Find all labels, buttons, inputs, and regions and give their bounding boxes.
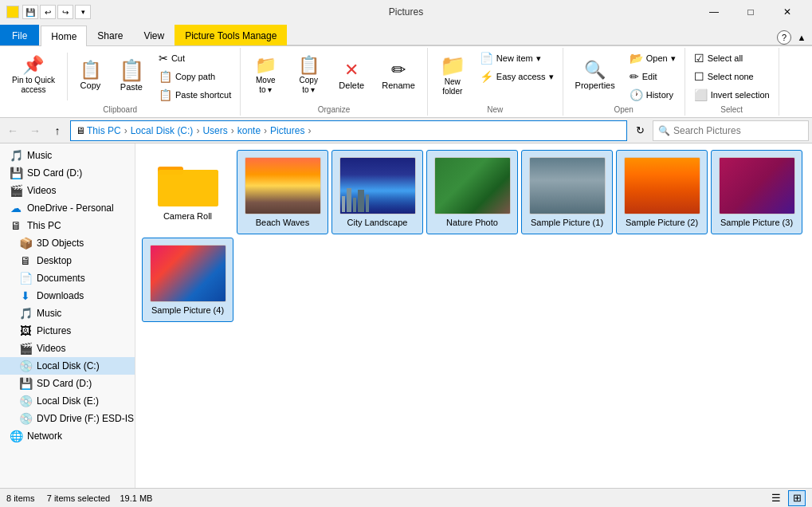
close-button[interactable]: ✕ [769,0,806,24]
crumb-thispc[interactable]: This PC [87,125,121,136]
up-button[interactable]: ↑ [48,121,67,140]
easy-access-button[interactable]: ⚡ Easy access ▾ [476,68,558,85]
new-group-label: New [487,104,503,114]
tab-file[interactable]: File [0,25,39,45]
copy-button[interactable]: 📋 Copy [73,49,108,102]
app-icon [6,6,19,18]
redo-quick-btn[interactable]: ↪ [57,5,73,19]
edit-button[interactable]: ✏ Edit [626,68,680,85]
file-item-sample2[interactable]: Sample Picture (2) [616,150,708,234]
details-view-button[interactable]: ☰ [767,490,785,506]
sidebar-item-3dobjects[interactable]: 📦 3D Objects [0,234,135,252]
undo-quick-btn[interactable]: ↩ [40,5,56,19]
sidebar-item-music[interactable]: 🎵 Music [0,147,135,164]
open-button[interactable]: 📂 Open ▾ [626,49,680,67]
sidebar-item-documents[interactable]: 📄 Documents [0,269,135,287]
sidebar-item-thispc[interactable]: 🖥 This PC [0,217,135,234]
rename-button[interactable]: ✏ Rename [375,49,422,102]
history-button[interactable]: 🕐 History [626,86,680,104]
image-thumb [245,157,321,214]
back-button[interactable]: ← [3,121,22,140]
sidebar-item-dvddrive[interactable]: 💿 DVD Drive (F:) ESD-IS... [0,410,135,427]
search-input[interactable] [673,125,803,136]
sidebar-item-pictures[interactable]: 🖼 Pictures [0,322,135,340]
crumb-users[interactable]: Users [202,125,227,136]
sidebar-item-localdisk-c[interactable]: 💿 Local Disk (C:) [0,357,135,375]
sidebar-item-label: Local Disk (E:) [37,395,99,407]
sidebar-item-music2[interactable]: 🎵 Music [0,305,135,322]
sidebar-item-videos[interactable]: 🎬 Videos [0,182,135,199]
documents-icon: 📄 [19,272,32,285]
sidebar-item-desktop[interactable]: 🖥 Desktop [0,252,135,269]
image-thumb [434,157,511,214]
file-item-beach-waves[interactable]: Beach Waves [237,150,328,234]
sidebar-item-onedrive[interactable]: ☁ OneDrive - Personal [0,199,135,217]
move-icon: 📁 [255,57,277,74]
search-box[interactable]: 🔍 [653,120,809,141]
new-item-button[interactable]: 📄 New item ▾ [476,49,558,67]
help-btn[interactable]: ? [777,30,791,45]
select-none-button[interactable]: ☐ Select none [690,68,774,85]
sdcard-d2-icon: 💾 [19,377,32,390]
large-icons-view-button[interactable]: ⊞ [788,490,806,506]
folder-icon [156,157,220,208]
minimize-button[interactable]: — [696,0,732,24]
organize-group: 📁 Moveto ▾ 📋 Copyto ▾ ✕ Delete ✏ Rename … [241,48,428,116]
pin-to-quick-access-button[interactable]: 📌 Pin to Quickaccess [5,49,62,102]
file-item-nature-photo[interactable]: Nature Photo [426,150,518,234]
crumb-pictures[interactable]: Pictures [270,125,304,136]
forward-button[interactable]: → [25,121,45,140]
file-name: Sample Picture (3) [720,218,793,227]
sidebar-item-label: Pictures [37,325,71,336]
sidebar-item-network[interactable]: 🌐 Network [0,427,135,445]
collapse-ribbon-btn[interactable]: ▲ [794,30,809,45]
sidebar-item-sdcard-d[interactable]: 💾 SD Card (D:) [0,164,135,182]
refresh-button[interactable]: ↻ [630,121,649,140]
file-item-city-landscape[interactable]: City Landscape [331,150,423,234]
sidebar-item-sdcard-d2[interactable]: 💾 SD Card (D:) [0,375,135,392]
delete-button[interactable]: ✕ Delete [331,49,371,102]
file-item-camera-roll[interactable]: Camera Roll [142,150,233,234]
address-box[interactable]: 🖥 This PC › Local Disk (C:) › Users › ko… [70,120,627,141]
image-thumb [150,245,226,302]
tab-share[interactable]: Share [87,25,133,45]
sidebar-item-videos2[interactable]: 🎬 Videos [0,340,135,357]
copy-to-button[interactable]: 📋 Copyto ▾ [288,49,328,102]
save-quick-btn[interactable]: 💾 [22,5,38,19]
new-folder-button[interactable]: 📁 Newfolder [433,49,473,102]
sidebar-item-label: Videos [37,343,65,354]
ribbon-tab-bar: File Home Share View Picture Tools Manag… [0,24,812,46]
copy-to-label: Copyto ▾ [300,76,318,95]
picture-tools-label: Picture Tools [185,30,239,41]
customize-quick-btn[interactable]: ▾ [75,5,91,19]
maximize-button[interactable]: □ [732,0,769,24]
tab-view[interactable]: View [133,25,175,45]
copy-label: Copy [80,81,101,90]
copy-icon: 📋 [80,61,101,79]
cut-button[interactable]: ✂ Cut [155,49,235,67]
invert-selection-button[interactable]: ⬜ Invert selection [690,86,774,104]
paste-icon: 📋 [119,60,144,81]
file-name: Beach Waves [256,218,309,227]
sidebar-item-label: Local Disk (C:) [37,360,100,371]
paste-button[interactable]: 📋 Paste [112,49,151,102]
pictures-icon: 🖼 [19,324,32,337]
tab-home[interactable]: Home [41,26,87,46]
file-item-sample4[interactable]: Sample Picture (4) [142,238,233,322]
tab-manage[interactable]: Picture Tools Manage [175,25,287,45]
select-all-label: Select all [708,53,743,63]
sidebar-item-localdisk-e[interactable]: 💿 Local Disk (E:) [0,392,135,410]
sidebar-item-label: Music [37,308,61,319]
move-to-button[interactable]: 📁 Moveto ▾ [245,49,285,102]
sidebar-item-label: Downloads [37,290,84,301]
copy-path-button[interactable]: 📋 Copy path [155,68,235,85]
file-item-sample1[interactable]: Sample Picture (1) [521,150,613,234]
clipboard-group: 📌 Pin to Quickaccess 📋 Copy 📋 Paste ✂ Cu… [0,48,241,116]
crumb-localdisk[interactable]: Local Disk (C:) [131,125,194,136]
properties-button[interactable]: 🔍 Properties [568,49,622,102]
sidebar-item-downloads[interactable]: ⬇ Downloads [0,287,135,305]
crumb-konte[interactable]: konte [237,125,261,136]
select-all-button[interactable]: ☑ Select all [690,49,774,67]
file-item-sample3[interactable]: Sample Picture (3) [711,150,802,234]
paste-shortcut-button[interactable]: 📋 Paste shortcut [155,86,235,104]
